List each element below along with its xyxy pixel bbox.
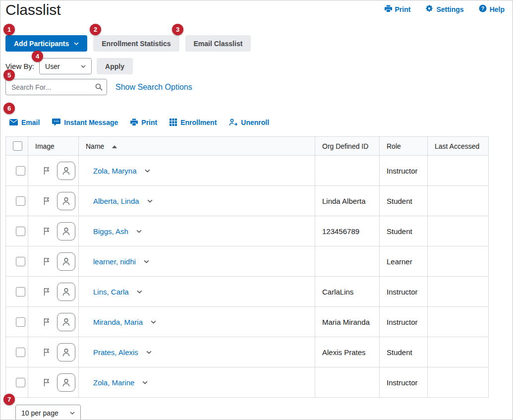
last-accessed-column-header: Last Accessed [428,137,489,156]
row-org-defined-id-cell: Linda Alberta [315,186,380,216]
row-last-accessed-cell [428,277,489,307]
user-name-link[interactable]: Zola, Maryna [93,167,137,175]
row-org-defined-id-cell: 123456789 [315,216,380,246]
row-checkbox[interactable] [16,166,25,176]
chevron-down-icon[interactable] [146,351,152,354]
chevron-down-icon[interactable] [151,320,156,324]
help-link[interactable]: ? Help [479,4,505,14]
print-icon [385,5,392,14]
row-org-defined-id-cell [315,156,380,186]
page-title: Classlist [5,0,61,18]
user-name-link[interactable]: Prates, Alexis [93,348,138,357]
email-classlist-label: Email Classlist [194,40,243,48]
row-image-cell [28,337,79,367]
email-action[interactable]: Email [9,119,40,126]
print-action[interactable]: Print [130,119,157,126]
table-row: Biggs, Ash 123456789 Student [6,216,489,246]
row-image-cell [28,277,79,307]
search-box [5,79,107,95]
user-name-link[interactable]: learner, nidhi [93,257,136,266]
row-checkbox-cell [6,156,28,186]
gear-icon [425,4,433,14]
chevron-down-icon [81,65,86,68]
search-input[interactable] [5,79,107,95]
unenroll-action[interactable]: Unenroll [229,119,269,126]
chevron-down-icon[interactable] [142,381,148,384]
avatar [57,313,75,331]
annotation-badge-2: 2 [90,24,101,35]
instant-message-action[interactable]: Instant Message [52,119,118,126]
row-last-accessed-cell [428,216,489,246]
row-checkbox[interactable] [16,378,25,387]
row-checkbox-cell [6,216,28,246]
avatar [57,252,75,271]
flag-icon[interactable] [44,378,50,387]
user-name-link[interactable]: Zola, Marine [93,378,134,387]
flag-icon[interactable] [44,257,50,266]
row-role-cell: Student [380,186,428,216]
view-by-select[interactable]: User [39,58,92,74]
user-name-link[interactable]: Lins, Carla [93,288,129,296]
row-image-cell [28,186,79,216]
actions-row: Add Participants Enrollment Statistics E… [5,35,513,52]
row-checkbox[interactable] [16,317,25,327]
row-image-cell [28,367,79,398]
unenroll-action-label: Unenroll [241,119,269,126]
flag-icon[interactable] [44,348,50,357]
row-checkbox[interactable] [16,196,25,206]
name-column-header[interactable]: Name [79,137,315,156]
chevron-down-icon[interactable] [144,260,149,263]
email-classlist-button[interactable]: Email Classlist [185,35,251,52]
user-name-link[interactable]: Biggs, Ash [93,227,128,236]
enrollment-statistics-button[interactable]: Enrollment Statistics [93,35,179,52]
row-checkbox[interactable] [16,257,25,266]
table-row: Zola, Maryna Instructor [6,156,489,186]
apply-button[interactable]: Apply [97,58,133,74]
enrollment-action[interactable]: Enrollment [170,119,217,126]
row-org-defined-id-cell: CarlaLins [315,277,380,307]
user-name-link[interactable]: Miranda, Maria [93,318,143,326]
row-role-cell: Student [380,216,428,246]
per-page-select[interactable]: 10 per page [15,405,81,420]
select-all-checkbox[interactable] [13,141,22,151]
flag-icon[interactable] [44,288,50,296]
chevron-down-icon[interactable] [145,169,150,173]
row-name-cell: Prates, Alexis [79,337,315,367]
print-link[interactable]: Print [385,4,411,14]
row-checkbox-cell [6,277,28,307]
row-checkbox[interactable] [16,227,25,236]
row-name-cell: Alberta, Linda [79,186,315,216]
flag-icon[interactable] [44,227,50,236]
row-checkbox[interactable] [16,348,25,357]
flag-icon[interactable] [44,318,50,326]
image-column-header: Image [28,137,79,156]
chevron-down-icon[interactable] [136,230,142,233]
chevron-down-icon [70,412,75,415]
enrollment-action-label: Enrollment [180,119,217,126]
row-image-cell [28,307,79,337]
print-link-label: Print [395,5,411,13]
add-participants-button[interactable]: Add Participants [5,35,87,52]
annotation-badge-5: 5 [3,69,15,81]
search-icon[interactable] [95,83,103,91]
chevron-down-icon[interactable] [147,199,153,203]
row-last-accessed-cell [428,246,489,277]
email-icon [9,119,18,125]
show-search-options-link[interactable]: Show Search Options [115,83,192,92]
flag-icon[interactable] [44,197,50,205]
annotation-badge-3: 3 [172,24,183,35]
chevron-down-icon [74,42,79,45]
instant-message-action-label: Instant Message [64,119,118,126]
annotation-badge-1: 1 [3,24,15,35]
row-name-cell: Zola, Maryna [79,156,315,186]
view-by-selected-value: User [45,62,60,70]
user-name-link[interactable]: Alberta, Linda [93,197,139,205]
chevron-down-icon[interactable] [137,290,142,294]
enrollment-statistics-label: Enrollment Statistics [102,40,171,48]
page-header: Classlist Print Settings ? Help [0,0,513,22]
settings-link[interactable]: Settings [425,4,463,14]
row-last-accessed-cell [428,307,489,337]
flag-icon[interactable] [44,167,50,175]
row-last-accessed-cell [428,367,489,398]
row-checkbox[interactable] [16,287,25,297]
